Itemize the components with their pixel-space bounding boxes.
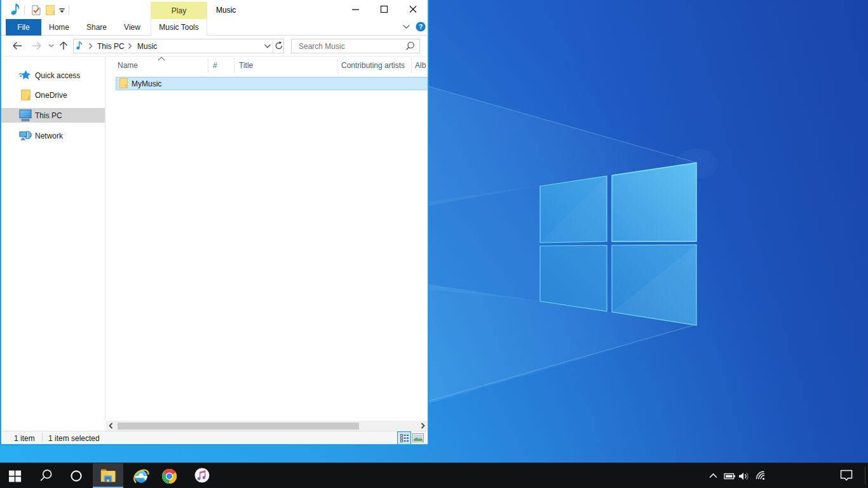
svg-text:?: ? [419, 23, 423, 30]
